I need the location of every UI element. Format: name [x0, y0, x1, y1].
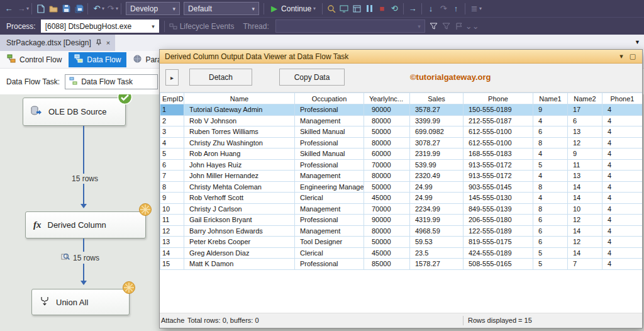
restart-icon[interactable]: ⟲	[388, 2, 401, 16]
grid-column-header[interactable]: Occupation	[295, 93, 364, 104]
grid-cell[interactable]: 6	[568, 115, 602, 126]
grid-cell[interactable]: 4	[602, 193, 643, 204]
grid-cell[interactable]: Christy Mehta Coleman	[184, 181, 295, 193]
grid-cell[interactable]: 59.53	[410, 237, 464, 248]
grid-cell[interactable]: 4	[160, 137, 184, 149]
grid-cell[interactable]: Rob Verhoff Scott	[184, 193, 295, 204]
save-all-icon[interactable]	[72, 2, 85, 16]
grid-cell[interactable]: 699.0982	[410, 126, 464, 138]
breakpoints-window-icon[interactable]	[350, 2, 363, 16]
grid-row[interactable]: 6John Hayes RuizProfessional70000539.999…	[160, 159, 643, 171]
pin-icon[interactable]	[96, 39, 102, 47]
grid-row[interactable]: 15Matt K DamonProfessional850001578.2750…	[160, 259, 643, 270]
dialog-titlebar[interactable]: Derived Column Output Data Viewer at Dat…	[160, 50, 642, 64]
grid-cell[interactable]: 50000	[364, 126, 410, 138]
grid-cell[interactable]: 50000	[364, 237, 410, 248]
grid-cell[interactable]: Ruben Torres Williams	[184, 126, 295, 138]
grid-column-header[interactable]: Name2	[568, 93, 602, 104]
grid-cell[interactable]: 6	[533, 126, 568, 138]
step-out-icon[interactable]: ↑	[450, 2, 462, 16]
grid-cell[interactable]: Peter Krebs Cooper	[184, 237, 295, 248]
tab-list-icon[interactable]: ▼	[635, 39, 640, 45]
grid-cell[interactable]: Management	[295, 171, 364, 182]
grid-cell[interactable]: 1578.27	[410, 259, 464, 270]
grid-cell[interactable]: 11	[160, 215, 184, 226]
lifecycle-events-label[interactable]: Lifecycle Events	[180, 22, 235, 31]
grid-cell[interactable]: 4	[602, 104, 643, 116]
pause-icon[interactable]	[363, 2, 375, 16]
navigate-forward-icon[interactable]: →	[15, 2, 28, 16]
grid-cell[interactable]: 70000	[364, 203, 410, 215]
redo-icon[interactable]: ↷	[104, 2, 117, 16]
grid-cell[interactable]: 4	[602, 215, 643, 226]
grid-cell[interactable]: 150-555-0189	[464, 104, 533, 116]
grid-row[interactable]: 13Peter Krebs CooperTool Designer5000059…	[160, 237, 643, 248]
grid-cell[interactable]: 8	[160, 181, 184, 193]
redo-dropdown-icon[interactable]: ▾	[116, 6, 118, 11]
grid-cell[interactable]: 212-555-0187	[464, 115, 533, 126]
grid-cell[interactable]: 10	[568, 203, 602, 215]
grid-cell[interactable]: Clerical	[295, 193, 364, 204]
grid-cell[interactable]: Engineering Manager	[295, 181, 364, 193]
grid-cell[interactable]: 80000	[364, 171, 410, 182]
grid-row[interactable]: 7John Miller HernandezManagement80000232…	[160, 171, 643, 182]
grid-cell[interactable]: 424-555-0189	[464, 247, 533, 259]
derived-column-box[interactable]: fx Derived Column	[25, 211, 146, 238]
grid-cell[interactable]: 12	[160, 225, 184, 237]
grid-cell[interactable]: 6	[533, 237, 568, 248]
configuration-combobox[interactable]: Develop ▾	[126, 2, 180, 15]
grid-cell[interactable]: 4	[602, 115, 643, 126]
grid-cell[interactable]: 819-555-0175	[464, 237, 533, 248]
grid-cell[interactable]: 80000	[364, 137, 410, 149]
grid-cell[interactable]: 6	[533, 215, 568, 226]
grid-cell[interactable]: Skilled Manual	[295, 126, 364, 138]
grid-cell[interactable]: 903-555-0145	[464, 181, 533, 193]
grid-cell[interactable]: 23.5	[410, 247, 464, 259]
grid-row[interactable]: 1Tutorial Gateway AdminProfessional90000…	[160, 104, 643, 116]
copy-data-button[interactable]: Copy Data	[279, 69, 345, 86]
grid-cell[interactable]: Christy Zhu Washington	[184, 137, 295, 149]
process-combobox[interactable]: [6088] DtsDebugHost.exe ▾	[41, 20, 159, 33]
grid-cell[interactable]: 5	[533, 259, 568, 270]
grid-cell[interactable]: 45000	[364, 193, 410, 204]
grid-cell[interactable]: Professional	[295, 104, 364, 116]
grid-cell[interactable]: 539.99	[410, 159, 464, 171]
grid-cell[interactable]: 3078.27	[410, 137, 464, 149]
grid-cell[interactable]: 4	[533, 149, 568, 160]
grid-cell[interactable]: 4	[533, 171, 568, 182]
step-over-icon[interactable]: ↷	[437, 2, 450, 16]
tab-data-flow[interactable]: Data Flow	[69, 52, 126, 67]
toolbar-options-icon[interactable]: ▾	[479, 6, 482, 11]
union-all-box[interactable]: Union All	[31, 289, 130, 315]
grid-cell[interactable]: Management	[295, 225, 364, 237]
grid-column-header[interactable]: Phone	[464, 93, 533, 104]
grid-cell[interactable]: Greg Alderson Diaz	[184, 247, 295, 259]
grid-cell[interactable]: Rob V Johnson	[184, 115, 295, 126]
grid-cell[interactable]: 9	[533, 104, 568, 116]
grid-cell[interactable]: Professional	[295, 159, 364, 171]
grid-cell[interactable]: Gail Erickson Bryant	[184, 215, 295, 226]
grid-cell[interactable]: 12	[568, 237, 602, 248]
grid-cell[interactable]: 5	[533, 247, 568, 259]
chevron-down-icon[interactable]: ▾	[616, 52, 627, 60]
ole-db-source-box[interactable]: OLE DB Source	[23, 98, 126, 126]
grid-column-header[interactable]: EmpID	[160, 93, 184, 104]
navigate-dropdown-icon[interactable]: ▾	[26, 6, 29, 11]
step-into-icon[interactable]: ↓	[425, 2, 437, 16]
grid-cell[interactable]: 8	[533, 181, 568, 193]
grid-cell[interactable]: 913-555-0172	[464, 171, 533, 182]
grid-cell[interactable]: Matt K Damon	[184, 259, 295, 270]
grid-cell[interactable]: 11	[568, 159, 602, 171]
navigate-back-icon[interactable]: ←	[3, 2, 15, 16]
grid-cell[interactable]: Professional	[295, 137, 364, 149]
grid-cell[interactable]: 4	[602, 225, 643, 237]
close-icon[interactable]: ×	[106, 39, 110, 47]
grid-cell[interactable]: 2234.99	[410, 203, 464, 215]
grid-cell[interactable]: 9	[568, 149, 602, 160]
grid-cell[interactable]: 145-555-0130	[464, 193, 533, 204]
grid-cell[interactable]: 3	[160, 126, 184, 138]
data-viewer-magnifier-icon[interactable]	[61, 252, 70, 263]
grid-cell[interactable]: 4	[602, 237, 643, 248]
grid-cell[interactable]: Management	[295, 115, 364, 126]
grid-cell[interactable]: 17	[568, 104, 602, 116]
